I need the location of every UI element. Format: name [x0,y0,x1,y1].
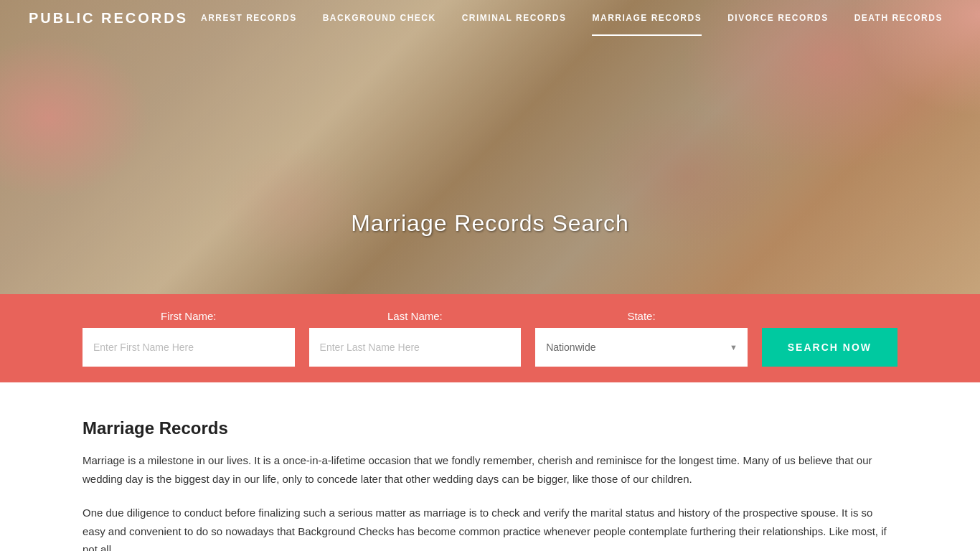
last-name-input[interactable] [309,328,522,367]
hero-title: Marriage Records Search [351,210,629,237]
last-name-label: Last Name: [309,310,522,322]
hero-background: Marriage Records Search [0,0,980,294]
last-name-field: Last Name: [309,310,522,367]
first-name-input[interactable] [83,328,295,367]
nav-item-death-records[interactable]: DEATH RECORDS [842,0,956,36]
state-label: State: [535,310,748,322]
search-section: First Name: Last Name: State: Nationwide… [0,294,980,382]
nav-item-background-check[interactable]: BACKGROUND CHECK [310,0,449,36]
state-field: State: NationwideAlabamaAlaskaArizonaArk… [535,310,748,367]
hero-section: Marriage Records Search [0,0,980,294]
nav-item-divorce-records[interactable]: DIVORCE RECORDS [715,0,842,36]
nav-item-criminal-records[interactable]: CRIMINAL RECORDS [449,0,580,36]
state-select-wrapper: NationwideAlabamaAlaskaArizonaArkansasCa… [535,328,748,367]
first-name-label: First Name: [83,310,295,322]
main-nav: ARREST RECORDSBACKGROUND CHECKCRIMINAL R… [188,0,956,36]
site-header: PUBLIC RECORDS ARREST RECORDSBACKGROUND … [0,0,980,36]
nav-item-marriage-records[interactable]: MARRIAGE RECORDS [579,0,715,36]
first-name-field: First Name: [83,310,295,367]
content-paragraph-2: One due diligence to conduct before fina… [83,504,897,551]
content-section: Marriage Records Marriage is a milestone… [0,382,980,551]
content-heading: Marriage Records [83,418,897,438]
nav-item-arrest-records[interactable]: ARREST RECORDS [188,0,310,36]
search-button[interactable]: SEARCH NOW [762,328,897,367]
content-paragraph-1: Marriage is a milestone in our lives. It… [83,451,897,488]
site-logo: PUBLIC RECORDS [29,10,188,27]
state-select[interactable]: NationwideAlabamaAlaskaArizonaArkansasCa… [535,328,748,367]
